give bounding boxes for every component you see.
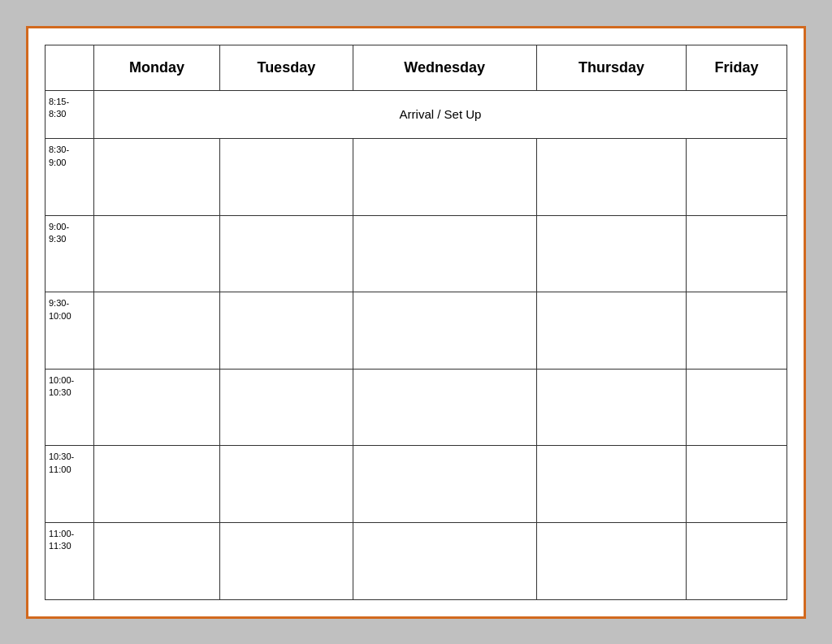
table-row: 8:15- 8:30Arrival / Set Up	[46, 90, 787, 139]
table-row: 11:00- 11:30	[46, 522, 787, 599]
time-cell-1: 8:30- 9:00	[46, 139, 94, 216]
header-monday: Monday	[94, 45, 220, 90]
time-cell-4: 10:00- 10:30	[46, 369, 94, 446]
content-cell-6-2	[353, 522, 536, 599]
time-cell-5: 10:30- 11:00	[46, 446, 94, 523]
header-time	[46, 45, 94, 90]
content-cell-1-1	[220, 139, 353, 216]
time-cell-6: 11:00- 11:30	[46, 522, 94, 599]
content-cell-6-4	[687, 522, 787, 599]
content-cell-2-1	[220, 215, 353, 292]
content-cell-5-2	[353, 446, 536, 523]
content-cell-2-2	[353, 215, 536, 292]
time-cell-arrival: 8:15- 8:30	[46, 90, 94, 139]
content-cell-4-4	[687, 369, 787, 446]
content-cell-4-3	[536, 369, 686, 446]
content-cell-2-0	[94, 215, 220, 292]
content-cell-4-0	[94, 369, 220, 446]
content-cell-2-4	[687, 215, 787, 292]
content-cell-5-4	[687, 446, 787, 523]
content-cell-3-0	[94, 292, 220, 370]
time-cell-2: 9:00- 9:30	[46, 215, 94, 292]
header-friday: Friday	[687, 45, 787, 90]
table-row: 9:00- 9:30	[46, 215, 787, 292]
content-cell-4-1	[220, 369, 353, 446]
content-cell-3-3	[536, 292, 686, 370]
content-cell-1-4	[687, 139, 787, 216]
time-cell-3: 9:30- 10:00	[46, 292, 94, 370]
header-thursday: Thursday	[536, 45, 686, 90]
content-cell-3-1	[220, 292, 353, 370]
content-cell-5-3	[536, 446, 686, 523]
content-cell-6-3	[536, 522, 686, 599]
content-cell-6-1	[220, 522, 353, 599]
arrival-cell: Arrival / Set Up	[94, 90, 787, 139]
content-cell-1-3	[536, 139, 686, 216]
content-cell-1-0	[94, 139, 220, 216]
content-cell-3-4	[687, 292, 787, 370]
table-row: 10:00- 10:30	[46, 369, 787, 446]
table-row: 9:30- 10:00	[46, 292, 787, 370]
content-cell-6-0	[94, 522, 220, 599]
content-cell-5-1	[220, 446, 353, 523]
header-wednesday: Wednesday	[353, 45, 536, 90]
header-tuesday: Tuesday	[220, 45, 353, 90]
page: Monday Tuesday Wednesday Thursday Friday…	[26, 26, 806, 619]
table-row: 10:30- 11:00	[46, 446, 787, 523]
content-cell-3-2	[353, 292, 536, 370]
content-cell-1-2	[353, 139, 536, 216]
content-cell-2-3	[536, 215, 686, 292]
schedule-table: Monday Tuesday Wednesday Thursday Friday…	[45, 45, 787, 600]
table-row: 8:30- 9:00	[46, 139, 787, 216]
content-cell-5-0	[94, 446, 220, 523]
content-cell-4-2	[353, 369, 536, 446]
